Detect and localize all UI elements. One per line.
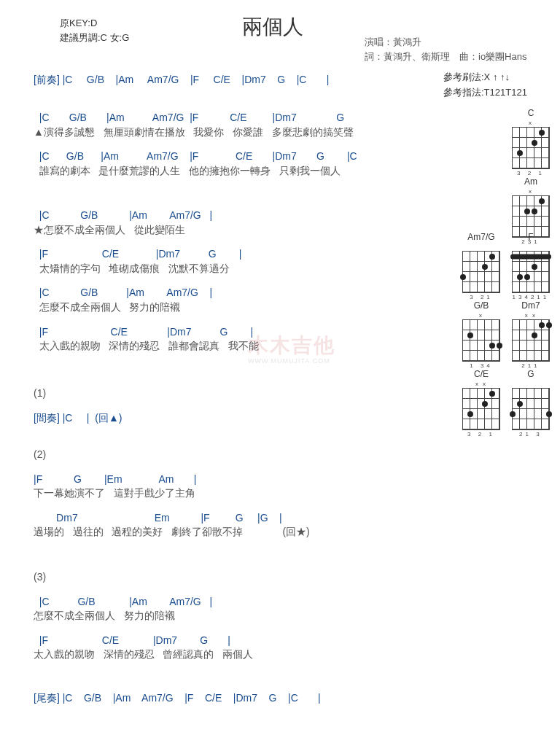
- chord-marker-x: x: [510, 188, 551, 195]
- chorus-chords-2: |F C/E |Dm7 G |: [34, 247, 259, 262]
- singer-credit: 演唱：黃鴻升: [365, 35, 526, 50]
- s3-chords-1: |C G/B |Am Am7/G |: [34, 595, 253, 610]
- watermark-logo: 木木吉他: [248, 332, 335, 359]
- song-title: 兩個人: [242, 13, 303, 41]
- chord-diagram-c: C x 3 2 1: [510, 108, 551, 176]
- s2-chords-2: Dm7 Em |F G |G |: [34, 511, 310, 526]
- chord-label-gb: G/B: [461, 300, 502, 311]
- chord-label-am7g: Am7/G: [461, 232, 502, 242]
- chorus-lyrics-4: 太入戲的親吻 深情的殘忍 誰都會認真 我不能: [34, 339, 259, 354]
- s3-lyrics-2: 太入戲的親吻 深情的殘忍 曾經認真的 兩個人: [34, 647, 253, 662]
- outro-label: [尾奏]: [34, 692, 60, 704]
- key-label: 原KEY:D: [60, 16, 129, 31]
- verse-chords-2: |C G/B |Am Am7/G |F C/E |Dm7 G |C: [34, 149, 357, 164]
- chorus-lyrics-1: ★怎麼不成全兩個人 從此變陌生: [34, 223, 259, 238]
- intro-chords: |C G/B |Am Am7/G |F C/E |Dm7 G |C |: [60, 74, 330, 85]
- writer-credit: 詞：黃鴻升、衛斯理 曲：io樂團Hans: [365, 50, 526, 64]
- outro-chords: |C G/B |Am Am7/G |F C/E |Dm7 G |C |: [60, 692, 321, 704]
- section2-num: (2): [34, 448, 310, 462]
- s2-chords-1: |F G |Em Am |: [34, 472, 310, 487]
- s3-lyrics-1: 怎麼不成全兩個人 努力的陪襯: [34, 609, 253, 623]
- chord-label-ce: C/E: [461, 369, 502, 379]
- chorus-chords-4: |F C/E |Dm7 G |: [34, 325, 259, 340]
- chord-label-dm7: Dm7: [510, 300, 551, 311]
- chord-diagram-g: G 21 3: [510, 369, 551, 437]
- s2-lyrics-2: 過場的 過往的 過程的美好 劇終了卻散不掉 (回★): [34, 525, 310, 540]
- section3-num: (3): [34, 570, 253, 585]
- chord-marker-xx: x x: [461, 381, 502, 387]
- strum-pattern: 參考刷法:X ↑ ↑↓: [443, 70, 527, 85]
- chord-diagram-dm7: Dm7 x x 211: [510, 300, 551, 369]
- chord-diagram-am7g: Am7/G 3 21: [461, 232, 502, 300]
- chord-marker-xx: x x: [510, 312, 551, 319]
- chord-diagram-ce: C/E x x 3 2 1: [461, 369, 502, 437]
- s3-chords-2: |F C/E |Dm7 G |: [34, 634, 253, 648]
- watermark-url: WWW.MUMUJITA.COM: [248, 357, 330, 365]
- finger-pattern: 參考指法:T121T121: [443, 85, 527, 101]
- chord-diagram-gb: G/B x 1 34: [461, 300, 502, 369]
- key-suggest: 建議男調:C 女:G: [60, 31, 129, 45]
- chorus-lyrics-3: 怎麼不成全兩個人 努力的陪襯: [34, 300, 259, 315]
- chord-marker-x: x: [461, 312, 502, 319]
- chorus-chords-3: |C G/B |Am Am7/G |: [34, 286, 259, 300]
- interlude-label: [間奏]: [34, 412, 60, 424]
- verse-chords-1: |C G/B |Am Am7/G |F C/E |Dm7 G: [34, 111, 357, 125]
- chord-label-c: C: [510, 108, 551, 118]
- section1-num: (1): [34, 386, 122, 401]
- s2-lyrics-1: 下一幕她演不了 這對手戲少了主角: [34, 486, 310, 501]
- verse-lyrics-2: 誰寫的劇本 是什麼荒謬的人生 他的擁抱你一轉身 只剩我一個人: [34, 164, 357, 179]
- verse-lyrics-1: ▲演得多誠懇 無厘頭劇情在播放 我愛你 你愛誰 多麼悲劇的搞笑聲: [34, 125, 357, 140]
- chord-diagram-f: F 134211: [510, 232, 551, 300]
- interlude-chords: |C | (回▲): [60, 412, 122, 424]
- chord-label-g: G: [510, 369, 551, 379]
- chorus-chords-1: |C G/B |Am Am7/G |: [34, 209, 259, 223]
- intro-label: [前奏]: [34, 74, 60, 85]
- chorus-lyrics-2: 太矯情的字句 堆砌成傷痕 沈默不算過分: [34, 262, 259, 276]
- chord-label-f: F: [510, 232, 551, 242]
- chord-marker-x: x: [510, 120, 551, 126]
- chord-label-am: Am: [510, 176, 551, 187]
